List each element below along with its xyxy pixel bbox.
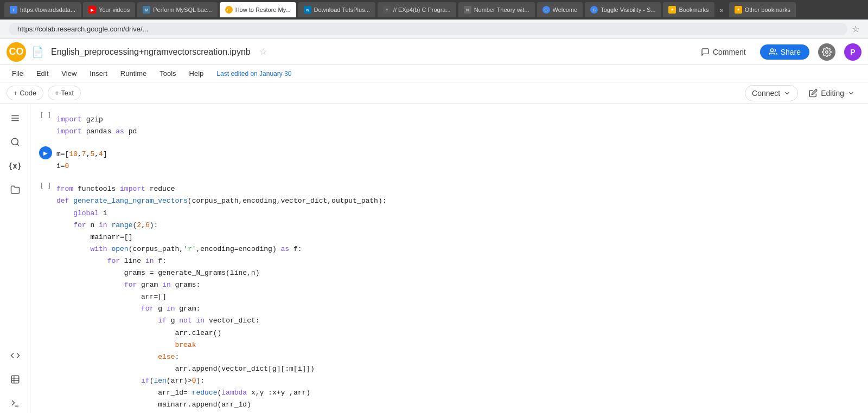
last-edited-label[interactable]: Last edited on January 30 (216, 70, 291, 78)
svg-point-1 (826, 50, 828, 53)
user-avatar[interactable]: P (844, 43, 861, 61)
tab-howrestore[interactable]: C How to Restore My... (220, 2, 296, 17)
comment-icon (701, 48, 710, 56)
address-input[interactable] (9, 23, 847, 35)
share-icon (769, 48, 777, 56)
more-tabs-icon[interactable]: » (717, 6, 727, 14)
connect-label: Connect (752, 89, 780, 98)
tab-cprog[interactable]: // // EXp4(b) C Progra... (378, 2, 456, 17)
menu-insert[interactable]: Insert (84, 67, 113, 80)
notebook-title[interactable]: English_preprocessing+ngramvectorscreati… (51, 47, 251, 57)
svg-rect-7 (11, 376, 19, 383)
comment-label: Comment (713, 48, 746, 56)
cell-run-vars[interactable]: ▶ (35, 145, 56, 159)
svg-point-0 (770, 49, 773, 51)
add-code-button[interactable]: + Code (7, 86, 43, 100)
editing-label: Editing (821, 89, 844, 98)
menu-edit[interactable]: Edit (31, 67, 54, 80)
editing-button[interactable]: Editing (802, 86, 861, 101)
cell-function-content[interactable]: from functools import reduce def generat… (56, 180, 868, 413)
connect-button[interactable]: Connect (745, 85, 798, 101)
menu-help[interactable]: Help (184, 67, 209, 80)
main-layout: {x} [ ] import gzip import pandas as pd (0, 104, 868, 413)
cell-vars: ▶ m=[10,7,5,4] i=0 (30, 143, 868, 178)
sidebar-variables-icon[interactable]: {x} (5, 156, 25, 176)
menu-tools[interactable]: Tools (154, 67, 181, 80)
toolbar: + Code + Text Connect Editing (0, 82, 868, 104)
comment-button[interactable]: Comment (695, 44, 751, 60)
sidebar-files-icon[interactable] (5, 180, 25, 199)
cell-imports: [ ] import gzip import pandas as pd (30, 108, 868, 143)
colab-header: CO 📄 English_preprocessing+ngramvectorsc… (0, 39, 868, 65)
header-actions: Comment Share P (695, 43, 861, 61)
sidebar-menu-icon[interactable] (5, 108, 25, 128)
menu-runtime[interactable]: Runtime (115, 67, 152, 80)
code-line: m=[10,7,5,4] i=0 (56, 146, 868, 175)
share-label: Share (781, 48, 801, 56)
code-line: import gzip import pandas as pd (56, 112, 868, 140)
browser-tabs-bar: T https://towardsdata... ▶ Your videos M… (0, 0, 868, 20)
connect-dropdown-icon (783, 89, 791, 97)
tab-download[interactable]: in Download TutsPlus... (298, 2, 375, 17)
tab-toggle[interactable]: G Toggle Visibility - S... (585, 2, 661, 17)
tab-yourvideos[interactable]: ▶ Your videos (83, 2, 135, 17)
menu-bar: File Edit View Insert Runtime Tools Help… (0, 65, 868, 82)
tab-welcome[interactable]: G Welcome (537, 2, 583, 17)
sidebar-search-icon[interactable] (5, 132, 25, 152)
run-button-vars[interactable]: ▶ (39, 146, 52, 159)
file-icon: 📄 (31, 46, 43, 58)
cell-function: [ ] from functools import reduce def gen… (30, 178, 868, 413)
edit-pencil-icon (809, 89, 818, 98)
left-sidebar: {x} (0, 104, 30, 413)
sidebar-code-snippets-icon[interactable] (5, 346, 25, 365)
settings-icon[interactable] (818, 43, 835, 61)
cell-bracket-imports: [ ] (35, 111, 56, 119)
sidebar-table-icon[interactable] (5, 370, 25, 389)
menu-view[interactable]: View (56, 67, 82, 80)
share-button[interactable]: Share (760, 44, 809, 60)
add-text-button[interactable]: + Text (48, 86, 81, 100)
tab-bookmarks[interactable]: ★ Bookmarks (663, 2, 714, 17)
menu-file[interactable]: File (7, 67, 29, 80)
bookmark-star-icon[interactable]: ☆ (852, 24, 859, 34)
colab-logo: CO (7, 42, 26, 62)
sidebar-terminal-icon[interactable] (5, 393, 25, 413)
svg-point-5 (11, 138, 18, 145)
svg-line-6 (17, 144, 18, 145)
tab-numtheory[interactable]: N Number Theory wit... (458, 2, 535, 17)
tab-otherbookmarks[interactable]: ★ Other bookmarks (729, 2, 796, 17)
cell-bracket-function: [ ] (35, 180, 56, 190)
code-editor-area: [ ] import gzip import pandas as pd ▶ m=… (30, 104, 868, 413)
editing-chevron-icon (847, 89, 855, 97)
tab-mysql[interactable]: M Perform MySQL bac... (137, 2, 217, 17)
tab-towardsdata[interactable]: T https://towardsdata... (4, 2, 81, 17)
code-line: from functools import reduce def generat… (56, 181, 868, 413)
cell-imports-content[interactable]: import gzip import pandas as pd (56, 111, 868, 141)
address-bar: ☆ (0, 20, 868, 39)
notebook-star-icon[interactable]: ☆ (259, 47, 267, 57)
cell-vars-content[interactable]: m=[10,7,5,4] i=0 (56, 145, 868, 176)
